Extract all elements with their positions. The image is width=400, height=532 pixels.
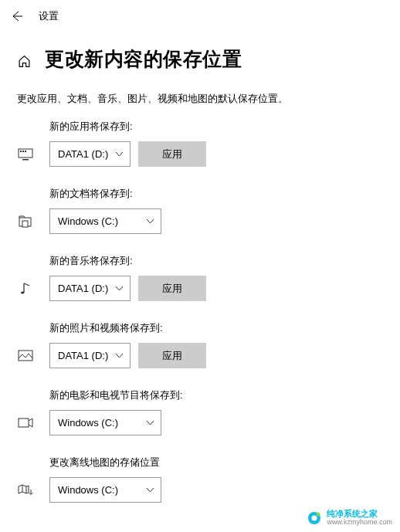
dropdown-value: DATA1 (D:) [58, 350, 108, 361]
setting-row: DATA1 (D:) 应用 [17, 276, 383, 301]
apply-button-photos[interactable]: 应用 [138, 343, 206, 368]
back-icon[interactable] [11, 10, 23, 22]
photos-dropdown[interactable]: DATA1 (D:) [49, 343, 131, 368]
photos-icon [17, 350, 34, 361]
apps-dropdown[interactable]: DATA1 (D:) [49, 141, 131, 167]
chevron-down-icon [115, 351, 124, 360]
movies-dropdown[interactable]: Windows (C:) [49, 410, 161, 435]
music-dropdown[interactable]: DATA1 (D:) [49, 276, 131, 301]
svg-rect-9 [19, 418, 29, 427]
setting-row: Windows (C:) [17, 208, 383, 234]
dropdown-value: DATA1 (D:) [58, 148, 108, 160]
header-title: 设置 [39, 10, 59, 23]
chevron-down-icon [115, 284, 124, 293]
dropdown-value: DATA1 (D:) [58, 283, 108, 294]
page-description: 更改应用、文档、音乐、图片、视频和地图的默认保存位置。 [0, 78, 400, 120]
setting-apps: 新的应用将保存到: DATA1 (D:) 应用 [17, 120, 383, 167]
setting-label-maps: 更改离线地图的存储位置 [49, 456, 383, 469]
setting-movies: 新的电影和电视节目将保存到: Windows (C:) [17, 388, 383, 435]
svg-point-12 [317, 512, 320, 516]
maps-icon [17, 484, 34, 496]
setting-row: DATA1 (D:) 应用 [17, 343, 383, 368]
svg-rect-4 [22, 159, 29, 161]
maps-dropdown[interactable]: Windows (C:) [49, 477, 161, 503]
svg-point-11 [312, 515, 317, 520]
documents-dropdown[interactable]: Windows (C:) [49, 208, 161, 234]
chevron-down-icon [146, 217, 154, 225]
setting-documents: 新的文档将保存到: Windows (C:) [17, 187, 383, 234]
setting-label-movies: 新的电影和电视节目将保存到: [49, 388, 383, 402]
movies-icon [17, 418, 34, 428]
chevron-down-icon [146, 486, 154, 494]
setting-photos: 新的照片和视频将保存到: DATA1 (D:) 应用 [17, 321, 383, 368]
svg-rect-3 [25, 151, 26, 152]
setting-label-documents: 新的文档将保存到: [49, 187, 383, 201]
chevron-down-icon [115, 150, 124, 158]
documents-icon [17, 215, 34, 228]
setting-row: Windows (C:) [17, 477, 383, 503]
chevron-down-icon [146, 418, 154, 427]
music-icon [17, 282, 34, 296]
setting-maps: 更改离线地图的存储位置 Windows (C:) [17, 456, 383, 503]
svg-rect-6 [22, 221, 28, 227]
setting-row: DATA1 (D:) 应用 [17, 141, 383, 167]
header: 设置 [0, 0, 400, 32]
apply-button-music[interactable]: 应用 [138, 276, 206, 301]
dropdown-value: Windows (C:) [58, 215, 118, 227]
title-row: 更改新内容的保存位置 [0, 32, 400, 78]
svg-rect-2 [22, 151, 24, 152]
watermark: 纯净系统之家 www.kzmyhome.com [307, 510, 392, 526]
apply-button-apps[interactable]: 应用 [138, 141, 206, 167]
setting-label-music: 新的音乐将保存到: [49, 254, 383, 268]
watermark-url: www.kzmyhome.com [327, 519, 392, 526]
apps-icon [17, 148, 34, 161]
setting-row: Windows (C:) [17, 410, 383, 435]
setting-music: 新的音乐将保存到: DATA1 (D:) 应用 [17, 254, 383, 301]
dropdown-value: Windows (C:) [58, 484, 118, 496]
settings-list: 新的应用将保存到: DATA1 (D:) 应用 新的文档将保存到: Window… [0, 120, 400, 503]
watermark-text: 纯净系统之家 www.kzmyhome.com [327, 510, 392, 526]
setting-label-apps: 新的应用将保存到: [49, 120, 383, 134]
svg-rect-0 [19, 149, 32, 158]
page-title: 更改新内容的保存位置 [45, 46, 242, 72]
watermark-title: 纯净系统之家 [327, 510, 392, 519]
dropdown-value: Windows (C:) [58, 417, 118, 429]
svg-point-7 [21, 291, 24, 293]
watermark-icon [307, 510, 322, 526]
svg-rect-1 [20, 151, 22, 152]
setting-label-photos: 新的照片和视频将保存到: [49, 321, 383, 335]
home-icon[interactable] [17, 54, 31, 68]
